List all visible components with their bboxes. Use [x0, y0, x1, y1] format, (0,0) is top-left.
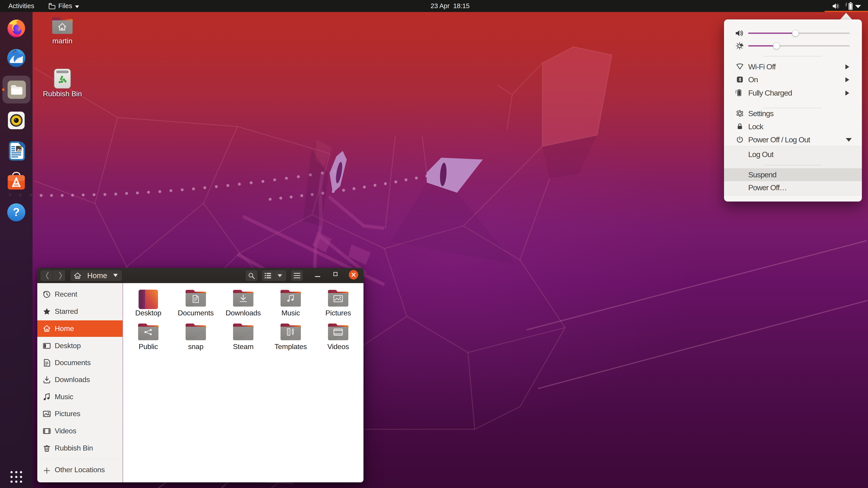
svg-text:?: ?	[13, 206, 20, 219]
